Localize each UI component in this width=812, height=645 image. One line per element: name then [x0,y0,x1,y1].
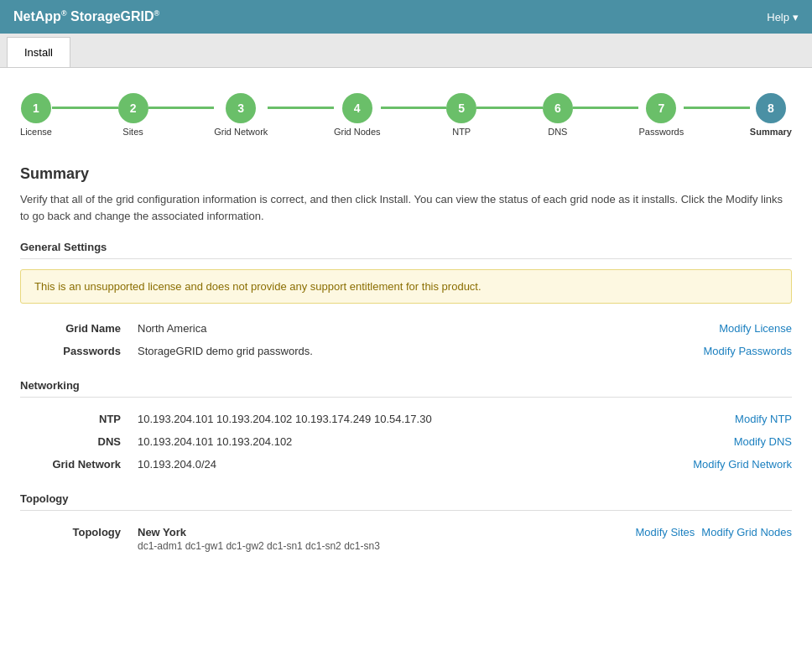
modify-grid-network-link[interactable]: Modify Grid Network [693,458,792,471]
general-settings-section: General Settings This is an unsupported … [20,241,792,362]
grid-name-row: Grid Name North America Modify License [20,317,792,340]
topology-section: Topology Topology New York dc1-adm1 dc1-… [20,492,792,557]
topology-label: Topology [20,526,138,538]
help-label: Help [767,11,789,23]
wizard-step-1: 1 License [20,93,52,137]
dns-row: DNS 10.193.204.101 10.193.204.102 Modify… [20,430,792,453]
dns-label: DNS [20,435,138,448]
modify-grid-nodes-link[interactable]: Modify Grid Nodes [701,526,792,538]
wizard-step-4: 4 Grid Nodes [334,93,381,137]
wizard-step-8: 8 Summary [750,93,792,137]
grid-network-value: 10.193.204.0/24 [138,458,679,471]
networking-section: Networking NTP 10.193.204.101 10.193.204… [20,379,792,476]
tab-install[interactable]: Install [7,37,70,67]
wizard-line-2 [148,107,215,109]
step-label-4: Grid Nodes [334,127,381,137]
app-header: NetApp® StorageGRID® Help ▾ [0,0,812,34]
wizard-step-6: 6 DNS [543,93,573,137]
topology-row: Topology New York dc1-adm1 dc1-gw1 dc1-g… [20,521,792,557]
help-menu[interactable]: Help ▾ [767,11,799,23]
wizard-step-5: 5 NTP [446,93,476,137]
networking-heading: Networking [20,379,792,398]
topology-value: New York dc1-adm1 dc1-gw1 dc1-gw2 dc1-sn… [138,526,622,552]
wizard-line-3 [268,107,334,109]
page-description: Verify that all of the grid configuratio… [20,191,792,224]
grid-name-value: North America [138,322,705,335]
step-circle-2: 2 [118,93,148,123]
step-circle-8: 8 [756,93,786,123]
passwords-row: Passwords StorageGRID demo grid password… [20,340,792,362]
wizard-line-5 [476,107,543,109]
topology-site-name: New York [138,526,622,538]
modify-sites-link[interactable]: Modify Sites [636,526,695,538]
wizard-line-4 [381,107,447,109]
step-label-8: Summary [750,127,792,137]
wizard-line-7 [684,107,750,109]
topology-heading: Topology [20,492,792,511]
step-label-3: Grid Network [214,127,268,137]
wizard-line-6 [573,107,639,109]
step-circle-7: 7 [646,93,676,123]
ntp-value: 10.193.204.101 10.193.204.102 10.193.174… [138,413,721,425]
step-circle-1: 1 [21,93,51,123]
step-label-1: License [20,127,52,137]
grid-name-label: Grid Name [20,322,138,335]
step-label-5: NTP [452,127,471,137]
modify-license-link[interactable]: Modify License [719,322,792,335]
wizard-step-7: 7 Passwords [638,93,684,137]
page-title: Summary [20,165,792,183]
chevron-down-icon: ▾ [793,11,799,23]
step-circle-4: 4 [342,93,372,123]
step-circle-5: 5 [446,93,476,123]
step-circle-3: 3 [226,93,256,123]
grid-network-label: Grid Network [20,458,138,471]
grid-network-row: Grid Network 10.193.204.0/24 Modify Grid… [20,453,792,476]
wizard-line-1 [52,107,118,109]
modify-passwords-link[interactable]: Modify Passwords [704,345,792,357]
topology-nodes: dc1-adm1 dc1-gw1 dc1-gw2 dc1-sn1 dc1-sn2… [138,540,622,552]
modify-dns-link[interactable]: Modify DNS [734,435,792,448]
wizard-step-3: 3 Grid Network [214,93,268,137]
main-content: 1 License 2 Sites 3 Grid Network 4 Grid … [0,68,812,645]
passwords-label: Passwords [20,345,138,357]
step-label-6: DNS [548,127,567,137]
tab-bar: Install [0,34,812,68]
ntp-label: NTP [20,413,138,425]
step-circle-6: 6 [543,93,573,123]
dns-value: 10.193.204.101 10.193.204.102 [138,435,721,448]
step-label-7: Passwords [638,127,684,137]
wizard-steps: 1 License 2 Sites 3 Grid Network 4 Grid … [20,85,792,145]
step-label-2: Sites [122,127,143,137]
ntp-row: NTP 10.193.204.101 10.193.204.102 10.193… [20,408,792,430]
general-settings-heading: General Settings [20,241,792,259]
wizard-step-2: 2 Sites [118,93,148,137]
app-logo: NetApp® StorageGRID® [13,9,159,24]
passwords-value: StorageGRID demo grid passwords. [138,345,690,357]
modify-ntp-link[interactable]: Modify NTP [735,413,792,425]
license-warning: This is an unsupported license and does … [20,269,792,304]
